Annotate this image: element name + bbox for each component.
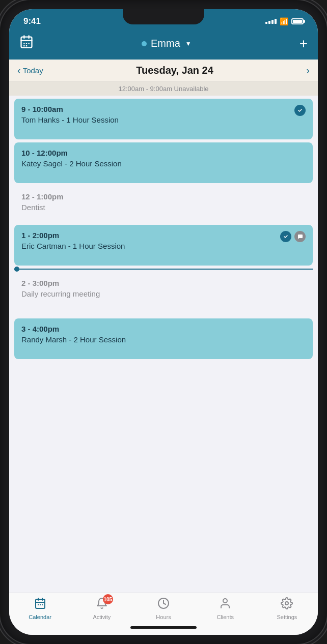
slot-title-3: Dentist [21,203,306,212]
unavailable-text: 12:00am - 9:00am Unavailable [118,85,208,93]
app-header: Emma ▼ + [9,31,318,60]
prev-day-button[interactable]: ‹ [17,65,21,76]
slot-title-2: Katey Sagel - 2 Hour Session [21,159,306,168]
calendar-tab-label: Calendar [29,614,51,620]
slot-title-4: Eric Cartman - 1 Hour Session [21,242,306,250]
wifi-icon: 📶 [280,17,288,25]
phone-screen: 9:41 📶 [9,9,318,635]
chat-icon-4 [294,231,306,242]
slot-time-6: 3 - 4:00pm [21,325,306,333]
home-indicator [9,622,318,635]
hours-tab-label: Hours [156,614,171,620]
slot-daily-meeting[interactable]: 2 - 3:00pm Daily recurring meeting [14,273,313,308]
calendar-content: 12:00am - 9:00am Unavailable 9 - 10:00am… [9,82,318,593]
slot-time-5: 2 - 3:00pm [21,279,306,287]
next-day-button[interactable]: › [306,65,310,76]
slot-dentist[interactable]: 12 - 1:00pm Dentist [14,186,313,222]
tab-clients[interactable]: Clients [195,597,256,620]
check-icon-1 [294,105,306,116]
calendar-icon[interactable] [19,35,34,52]
unavailable-bar: 12:00am - 9:00am Unavailable [9,82,318,96]
activity-tab-label: Activity [93,614,111,620]
check-icon-4 [280,231,291,242]
signal-bar-4 [275,19,277,24]
svg-rect-11 [36,599,45,608]
svg-rect-7 [23,45,24,46]
svg-rect-15 [38,604,39,605]
notch [123,9,204,24]
dropdown-arrow-icon: ▼ [185,40,192,47]
hours-tab-icon [157,597,170,612]
slot-icons-1 [294,105,306,116]
settings-tab-icon [281,597,293,612]
slot-time-2: 10 - 12:00pm [21,149,306,157]
clients-tab-icon [219,597,231,612]
tab-activity[interactable]: 105 Activity [71,597,132,620]
slot-title-1: Tom Hanks - 1 Hour Session [21,115,306,124]
clients-tab-label: Clients [216,614,234,620]
svg-point-20 [285,602,288,605]
svg-rect-16 [40,604,41,605]
date-nav: ‹ Today Tuesday, Jan 24 › [9,60,318,82]
svg-rect-17 [42,604,43,605]
today-button[interactable]: Today [23,66,43,75]
svg-rect-4 [23,43,24,44]
signal-bar-1 [265,22,267,24]
svg-rect-8 [26,45,27,46]
slot-eric-cartman[interactable]: 1 - 2:00pm Eric Cartman - 1 Hour Session [14,225,313,266]
status-time: 9:41 [23,16,41,26]
phone-shell: 9:41 📶 [0,0,327,644]
tab-settings[interactable]: Settings [256,597,318,620]
current-time-indicator [14,269,313,270]
status-icons: 📶 [265,17,304,25]
add-event-button[interactable]: + [299,36,308,52]
calendar-tab-icon [34,597,46,612]
slot-tom-hanks[interactable]: 9 - 10:00am Tom Hanks - 1 Hour Session [14,99,313,139]
slot-randy-marsh[interactable]: 3 - 4:00pm Randy Marsh - 2 Hour Session [14,318,313,359]
activity-tab-icon: 105 [96,597,108,612]
user-status-dot [142,41,147,46]
user-name: Emma [151,38,180,49]
slot-icons-4 [280,231,306,242]
signal-bars [265,19,277,24]
current-date: Tuesday, Jan 24 [136,65,213,76]
svg-point-19 [223,599,227,603]
signal-bar-3 [271,20,274,24]
home-bar [130,626,197,629]
slot-title-6: Randy Marsh - 2 Hour Session [21,335,306,344]
slot-time-1: 9 - 10:00am [21,105,306,113]
tab-bar: Calendar 105 Activity [9,593,318,622]
svg-rect-5 [26,43,27,44]
slot-katey-sagel[interactable]: 10 - 12:00pm Katey Sagel - 2 Hour Sessio… [14,142,313,183]
signal-bar-2 [268,21,270,24]
slot-time-4: 1 - 2:00pm [21,231,306,240]
battery-icon [291,18,304,24]
slot-title-5: Daily recurring meeting [21,289,306,298]
header-user[interactable]: Emma ▼ [142,38,192,49]
gap-spacer [9,311,318,315]
battery-fill [293,20,302,23]
svg-rect-6 [29,43,30,44]
tab-calendar[interactable]: Calendar [9,597,71,620]
settings-tab-label: Settings [277,614,297,620]
activity-badge: 105 [103,594,113,604]
tab-hours[interactable]: Hours [132,597,194,620]
slot-time-3: 12 - 1:00pm [21,192,306,201]
